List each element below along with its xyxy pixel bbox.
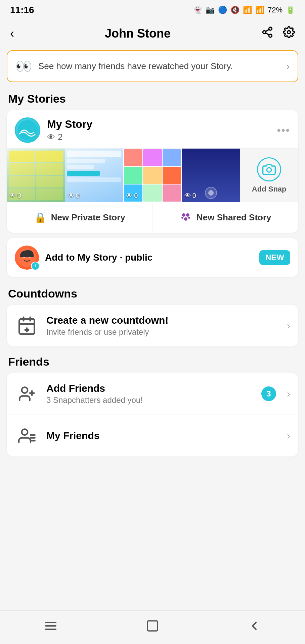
svg-point-24 (22, 387, 28, 393)
add-friends-label: Add Friends (46, 383, 254, 394)
status-bar: 11:16 👻 📷 🔵 🔇 📶 📶 72% 🔋 (0, 0, 305, 20)
status-time: 11:16 (10, 5, 34, 15)
countdown-sub-label: Invite friends or use privately (46, 327, 279, 337)
svg-point-9 (186, 213, 189, 217)
story-avatar (15, 117, 40, 143)
bluetooth-icon: 🔵 (218, 6, 227, 14)
view-count: 2 (58, 132, 62, 142)
battery-icon: 🔋 (286, 6, 295, 14)
add-friends-item[interactable]: Add Friends 3 Snapchatters added you! 3 … (7, 373, 298, 415)
wifi-icon: 📶 (243, 6, 252, 14)
status-icons: 👻 📷 🔵 🔇 📶 📶 72% 🔋 (193, 6, 295, 14)
group-icon (180, 210, 192, 225)
countdown-create-label: Create a new countdown! (46, 315, 279, 326)
svg-point-5 (288, 31, 291, 34)
nav-back-button[interactable] (237, 616, 271, 639)
story-thumb-4[interactable]: 👁0 (182, 149, 240, 202)
countdowns-title: Countdowns (0, 284, 305, 305)
story-more-button[interactable]: ••• (277, 124, 290, 137)
my-stories-title: My Stories (0, 89, 305, 110)
story-thumb-1[interactable]: 👁0 (7, 149, 65, 202)
settings-button[interactable] (283, 26, 295, 41)
story-thumb-3[interactable]: 👁0 (123, 149, 182, 202)
thumb-1-views: 👁0 (9, 192, 21, 200)
nav-home-button[interactable] (136, 616, 169, 639)
my-friends-info: My Friends (46, 430, 279, 441)
battery-level: 72% (268, 6, 282, 14)
countdown-info: Create a new countdown! Invite friends o… (46, 315, 279, 337)
header-actions (261, 26, 295, 41)
my-friends-label: My Friends (46, 430, 279, 441)
new-private-story-label: New Private Story (51, 212, 125, 223)
thumb-4-views: 👁0 (184, 192, 196, 200)
svg-point-12 (188, 217, 190, 219)
friends-card: Add Friends 3 Snapchatters added you! 3 … (7, 373, 298, 457)
banner-arrow: › (287, 61, 290, 72)
add-friends-icon (15, 382, 39, 406)
banner-text: See how many friends have rewatched your… (38, 60, 280, 72)
banner-emoji: 👀 (15, 58, 32, 74)
my-friends-chevron: › (287, 430, 290, 441)
add-story-label: Add to My Story · public (45, 252, 253, 263)
snapchat-icon: 👻 (193, 6, 202, 14)
story-thumb-2[interactable]: 👁0 (65, 149, 124, 202)
avatar-plus-icon: + (31, 262, 40, 270)
svg-point-7 (267, 168, 271, 172)
app-header: ‹ John Stone (0, 20, 305, 47)
svg-point-10 (184, 217, 187, 221)
my-friends-item[interactable]: My Friends › (7, 415, 298, 457)
story-actions: 🔒 New Private Story New Shared Story (7, 202, 298, 233)
create-countdown-card[interactable]: Create a new countdown! Invite friends o… (7, 305, 298, 346)
nav-bar (0, 610, 305, 644)
add-snap-icon (257, 157, 281, 181)
nav-menu-button[interactable] (34, 616, 68, 639)
add-snap-label: Add Snap (252, 185, 287, 194)
lock-icon: 🔒 (34, 212, 46, 223)
rewatch-banner[interactable]: 👀 See how many friends have rewatched yo… (7, 50, 298, 82)
new-shared-story-label: New Shared Story (197, 212, 271, 223)
share-button[interactable] (261, 26, 273, 41)
new-badge: NEW (259, 250, 290, 265)
camera-status-icon: 📷 (206, 6, 215, 14)
thumb-3-views: 👁0 (126, 192, 138, 200)
story-info: My Story 👁 2 (47, 118, 270, 142)
countdown-chevron: › (287, 320, 290, 331)
new-shared-story-button[interactable]: New Shared Story (152, 202, 299, 233)
my-friends-icon (15, 424, 39, 448)
friends-title: Friends (0, 352, 305, 373)
svg-point-6 (17, 120, 38, 140)
svg-line-4 (266, 30, 269, 32)
add-snap-button[interactable]: Add Snap (240, 149, 298, 202)
signal-icon: 📶 (255, 6, 264, 14)
svg-point-27 (22, 429, 28, 435)
page-title: John Stone (105, 26, 171, 41)
back-button[interactable]: ‹ (10, 26, 14, 41)
story-views: 👁 2 (47, 132, 270, 142)
add-friends-chevron: › (287, 388, 290, 399)
story-thumbnails: 👁0 👁0 (7, 148, 298, 202)
eye-icon: 👁 (47, 132, 55, 142)
thumb-2-views: 👁0 (68, 192, 80, 200)
my-story-card: My Story 👁 2 ••• (7, 110, 298, 233)
countdown-icon (15, 314, 39, 338)
svg-point-11 (181, 217, 183, 219)
svg-rect-34 (147, 621, 158, 631)
new-private-story-button[interactable]: 🔒 New Private Story (7, 202, 152, 233)
add-friends-sub: 3 Snapchatters added you! (46, 395, 254, 405)
mute-icon: 🔇 (230, 6, 239, 14)
svg-point-8 (182, 213, 185, 217)
svg-line-3 (266, 33, 269, 35)
add-friends-badge: 3 (261, 386, 276, 401)
story-header: My Story 👁 2 ••• (7, 110, 298, 148)
add-to-story-card[interactable]: + Add to My Story · public NEW (7, 238, 298, 277)
add-friends-info: Add Friends 3 Snapchatters added you! (46, 383, 254, 405)
story-name: My Story (47, 118, 270, 130)
add-story-avatar: + (15, 246, 39, 270)
